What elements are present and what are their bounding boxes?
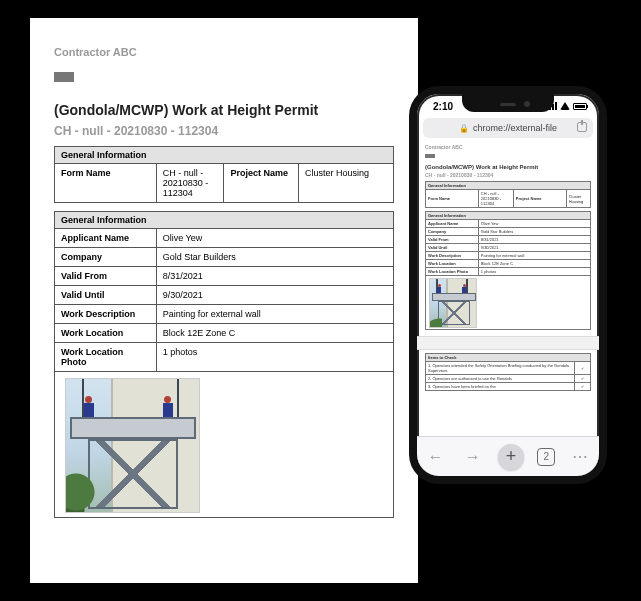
table-row: Valid Until9/30/2021 <box>55 286 394 305</box>
browser-toolbar: ← → + 2 ⋯ <box>417 436 599 476</box>
menu-button[interactable]: ⋯ <box>568 445 592 469</box>
forward-button[interactable]: → <box>461 445 485 469</box>
url-text: chrome://external-file <box>473 123 557 133</box>
form-name-value: CH - null - 20210830 - 112304 <box>156 164 224 203</box>
table-row: Valid From8/31/2021 <box>55 267 394 286</box>
contractor-label: Contractor ABC <box>54 46 394 58</box>
form-info-table: General Information Form NameCH - null -… <box>425 181 591 208</box>
phone-webpage[interactable]: Contractor ABC (Gondola/MCWP) Work at He… <box>417 138 599 434</box>
table-row: Work LocationBlock 12E Zone C <box>55 324 394 343</box>
document-title: (Gondola/MCWP) Work at Height Permit <box>425 164 591 170</box>
share-icon[interactable] <box>577 122 587 132</box>
section-header: General Information <box>55 212 394 229</box>
section-header: General Information <box>55 147 394 164</box>
form-name-label: Form Name <box>55 164 157 203</box>
general-info-table: General Information Applicant NameOlive … <box>425 211 591 330</box>
url-bar[interactable]: 🔒 chrome://external-file <box>423 118 593 138</box>
project-name-label: Project Name <box>224 164 299 203</box>
contractor-logo <box>425 154 435 158</box>
contractor-label: Contractor ABC <box>425 144 591 150</box>
document-title: (Gondola/MCWP) Work at Height Permit <box>54 102 394 118</box>
work-location-photo <box>429 278 477 328</box>
document-subtitle: CH - null - 20210830 - 112304 <box>425 172 591 178</box>
general-info-table: General Information Applicant NameOlive … <box>54 211 394 518</box>
phone-mockup: 2:10 🔒 chrome://external-file Contractor… <box>409 86 607 484</box>
back-button[interactable]: ← <box>424 445 448 469</box>
document-subtitle: CH - null - 20210830 - 112304 <box>54 124 394 138</box>
section-gap <box>417 336 599 350</box>
table-row: Work DescriptionPainting for external wa… <box>55 305 394 324</box>
table-row: Work Location Photo1 photos <box>55 343 394 372</box>
status-time: 2:10 <box>433 101 453 112</box>
tabs-button[interactable]: 2 <box>537 448 555 466</box>
table-row <box>55 372 394 518</box>
table-row: CompanyGold Star Builders <box>55 248 394 267</box>
battery-icon <box>573 103 587 110</box>
document-page: Contractor ABC (Gondola/MCWP) Work at He… <box>30 18 418 583</box>
new-tab-button[interactable]: + <box>498 444 524 470</box>
wifi-icon <box>560 102 570 110</box>
work-location-photo <box>65 378 200 513</box>
table-row: Form Name CH - null - 20210830 - 112304 … <box>55 164 394 203</box>
table-row: Applicant NameOlive Yew <box>55 229 394 248</box>
contractor-logo <box>54 72 74 82</box>
project-name-value: Cluster Housing <box>299 164 394 203</box>
items-to-check-table: Items to Check 1. Operators attended the… <box>425 353 591 391</box>
lock-icon: 🔒 <box>459 124 469 133</box>
phone-notch <box>462 94 554 112</box>
form-info-table: General Information Form Name CH - null … <box>54 146 394 203</box>
